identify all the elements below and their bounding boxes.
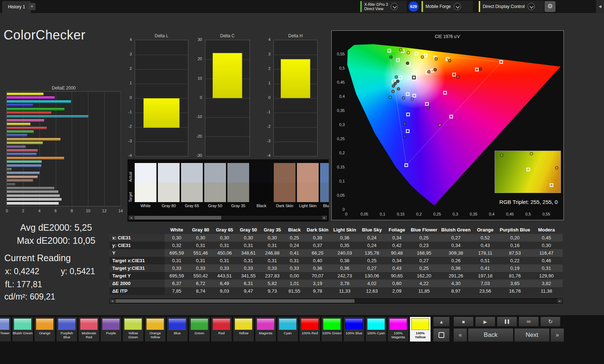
swatch-item[interactable]: Black: [251, 163, 272, 214]
table-header-cell: Blue Flower: [409, 226, 439, 234]
scroll-left-icon[interactable]: ◂: [110, 299, 115, 303]
table-cell: 23,56: [473, 287, 498, 295]
y-tick-label: 0: [121, 95, 132, 100]
table-cell: 0,45: [532, 234, 561, 242]
table-cell: 0,33: [189, 264, 213, 272]
patch-button-100-magenta[interactable]: 100% Magenta: [387, 317, 409, 342]
cie-measurement-marker: [395, 75, 398, 79]
de-bar: [7, 138, 60, 141]
patch-button-red[interactable]: Red: [211, 317, 232, 342]
x-tick-label: 0: [6, 209, 8, 213]
swatch-item[interactable]: Gray 65: [181, 163, 203, 214]
back-arrow-button[interactable]: «: [453, 328, 467, 342]
cie-target-marker: [424, 54, 427, 57]
table-cell: 0,30: [236, 234, 260, 242]
display-control-selector[interactable]: Direct Display Control: [479, 1, 544, 12]
row-label-cell: x: CIE31: [109, 234, 165, 242]
patch-button-100-blue[interactable]: 100% Blue: [343, 317, 365, 342]
table-row: ΔE ITP7,858,749,039,479,7381,559,7811,33…: [109, 287, 563, 295]
patch-button-magenta[interactable]: Magenta: [255, 317, 276, 342]
delta-l-chart: Delta L 43210-1-2-3-4: [122, 33, 188, 161]
scrollbar-thumb[interactable]: [116, 299, 355, 303]
source-selector[interactable]: Mobile Forge: [421, 1, 473, 12]
pause-button[interactable]: [497, 317, 517, 327]
table-cell: 0,25: [409, 264, 439, 272]
patch-button-yellow-green[interactable]: Yellow Green: [122, 317, 144, 342]
display-accent-bar: [479, 1, 480, 12]
table-cell: 178,11: [473, 249, 498, 257]
play-button[interactable]: ▶: [475, 317, 495, 327]
patch-button-yellow[interactable]: Yellow: [233, 317, 254, 342]
history-tab[interactable]: History 1: [2, 1, 31, 13]
de-bar: [7, 202, 59, 205]
swatch-item[interactable]: Gray 80: [158, 163, 180, 214]
swatch-item[interactable]: Gray 35: [227, 163, 249, 214]
add-history-button[interactable]: +: [28, 3, 35, 10]
table-cell: 0,27: [409, 257, 439, 264]
table-cell: 0,30: [189, 234, 213, 242]
measurement-count-badge[interactable]: 629: [408, 1, 419, 12]
y-tick-label: 2: [121, 66, 132, 71]
table-scrollbar[interactable]: ◂ ▸: [109, 298, 563, 304]
back-button[interactable]: Back: [468, 328, 513, 342]
cie-target-marker: [425, 102, 429, 106]
table-row: ΔE 20006,376,726,496,315,821,013,193,784…: [109, 280, 563, 287]
table-header-cell: Dark Skin: [305, 226, 331, 234]
table-header-cell: Orange: [473, 226, 498, 234]
y-tick-label: -1: [258, 110, 270, 114]
settings-gear-button[interactable]: ⚙: [545, 1, 555, 12]
collapse-panel-button[interactable]: ◀: [596, 0, 604, 13]
patch-button-purple[interactable]: Purple: [100, 317, 122, 342]
swatch-item[interactable]: Blue Sky: [320, 163, 329, 214]
table-cell: 1,01: [284, 280, 305, 287]
table-cell: 0,27: [359, 264, 385, 272]
stop-button[interactable]: ■: [453, 317, 474, 327]
row-label-cell: Y: [109, 249, 165, 257]
loop-button[interactable]: ∞: [519, 317, 539, 327]
patch-button-bluish-green[interactable]: Bluish Green: [12, 317, 33, 342]
table-cell: 6,49: [213, 280, 236, 287]
next-arrow-button[interactable]: »: [550, 328, 564, 342]
swatch-item[interactable]: Gray 50: [204, 163, 226, 214]
patch-button-blue-flower[interactable]: Blue Flower: [0, 317, 11, 342]
patch-button-orange[interactable]: Orange: [34, 317, 55, 342]
scroll-right-icon[interactable]: ▸: [322, 216, 327, 220]
patch-button-cyan[interactable]: Cyan: [277, 317, 298, 342]
swatch-item[interactable]: Light Skin: [297, 163, 319, 214]
patch-button-orange-yellow[interactable]: Orange Yellow: [144, 317, 166, 342]
scrollbar-thumb[interactable]: [134, 216, 221, 219]
table-cell: 197,18: [473, 272, 498, 280]
swatch-scrollbar[interactable]: ◂ ▸: [128, 215, 327, 220]
patch-button-100-cyan[interactable]: 100% Cyan: [365, 317, 387, 342]
chevron-down-icon[interactable]: [391, 3, 398, 10]
chevron-down-icon[interactable]: [528, 3, 535, 10]
chevron-down-icon[interactable]: [454, 3, 461, 10]
patch-button-100-red[interactable]: 100% Red: [299, 317, 320, 342]
cie-measurement-marker: [433, 68, 437, 71]
table-cell: 8,97: [439, 287, 473, 295]
refresh-button[interactable]: ↻: [540, 317, 561, 327]
scroll-left-icon[interactable]: ◂: [129, 216, 134, 220]
cie-measurement-marker: [402, 96, 405, 100]
de-bar: [7, 146, 26, 148]
y-tick-label: -20: [190, 134, 202, 138]
patch-button-100-green[interactable]: 100% Green: [321, 317, 343, 342]
patch-button-purplish-blue[interactable]: Purplish Blue: [56, 317, 77, 342]
scroll-up-button[interactable]: ▲: [433, 317, 450, 327]
display-window-button[interactable]: [433, 328, 450, 342]
x-tick-label: 0,35: [470, 212, 477, 216]
swatch-item[interactable]: White: [135, 163, 156, 214]
cie-target-marker: [499, 60, 503, 64]
patch-button-green[interactable]: Green: [189, 317, 210, 342]
y-tick-label: -10: [190, 114, 202, 119]
patch-button-blue[interactable]: Blue: [167, 317, 188, 342]
next-button[interactable]: Next: [514, 328, 550, 342]
meter-selector[interactable]: X-Rite i1Pro 3 Direct View: [360, 1, 407, 12]
cie-zoom-inset[interactable]: [495, 151, 561, 193]
scroll-right-icon[interactable]: ▸: [557, 299, 562, 303]
x-tick-label: 0,3: [453, 212, 458, 216]
swatch-item[interactable]: Dark Skin: [274, 163, 295, 214]
patch-button-moderate-red[interactable]: Moderate Red: [78, 317, 100, 342]
row-label-cell: Target x:CIE31: [109, 257, 165, 264]
patch-button-100-yellow[interactable]: 100% Yellow: [410, 317, 431, 342]
